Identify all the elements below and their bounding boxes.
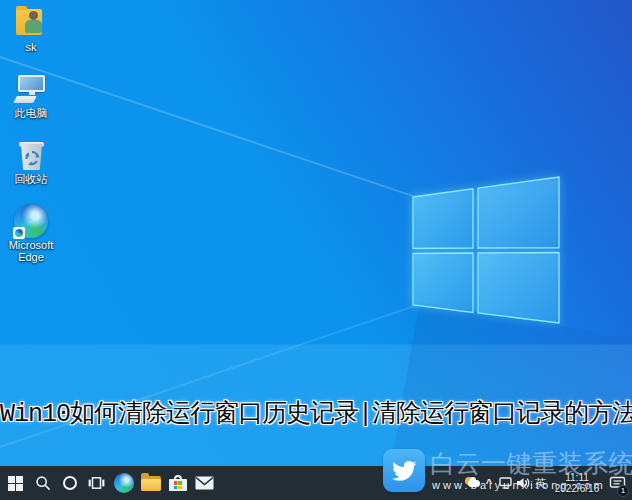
weather-tray-icon[interactable] xyxy=(464,467,482,499)
ime-indicator[interactable]: 英 xyxy=(532,467,549,499)
tray-date: 2022/6/16 xyxy=(555,483,600,494)
mail-icon xyxy=(195,476,214,490)
desktop-icons: sk 此电脑 xyxy=(0,2,62,266)
desktop-icon-user-folder[interactable]: sk xyxy=(0,2,62,68)
microsoft-store-button[interactable] xyxy=(164,466,191,500)
cortana-button[interactable] xyxy=(56,466,83,500)
windows-flag-logo xyxy=(405,170,570,330)
mail-button[interactable] xyxy=(191,466,218,500)
light-ray xyxy=(0,56,417,198)
volume-tray-icon[interactable] xyxy=(514,467,532,499)
store-icon xyxy=(169,475,187,491)
recycle-arrows-icon xyxy=(24,150,40,166)
search-button[interactable] xyxy=(29,466,56,500)
headline-banner: Win10如何清除运行窗口历史记录|清除运行窗口记录的方法 xyxy=(0,398,632,432)
windows-start-icon xyxy=(8,476,23,491)
desktop-icon-label: sk xyxy=(26,41,37,53)
taskbar-clock[interactable]: 11:11 2022/6/16 xyxy=(549,467,605,499)
desktop-icon-label: 回收站 xyxy=(15,173,48,185)
hidden-icons-chevron-icon[interactable]: ^ xyxy=(482,467,496,499)
desktop-icon-recycle-bin[interactable]: 回收站 xyxy=(0,134,62,200)
edge-icon xyxy=(13,204,49,238)
file-explorer-button[interactable] xyxy=(137,466,164,500)
screen: sk 此电脑 xyxy=(0,0,632,500)
desktop-icon-this-pc[interactable]: 此电脑 xyxy=(0,68,62,134)
desktop-icon-microsoft-edge[interactable]: Microsoft Edge xyxy=(0,200,62,266)
this-pc-icon xyxy=(13,72,49,106)
start-button[interactable] xyxy=(2,466,29,500)
tray-time: 11:11 xyxy=(565,472,589,483)
system-tray: ^ 英 11:11 2022/6/16 xyxy=(464,467,629,499)
file-explorer-icon xyxy=(141,476,161,491)
desktop-icon-label: Microsoft Edge xyxy=(1,239,61,263)
notification-badge: 1 xyxy=(617,485,629,497)
desktop-wallpaper xyxy=(0,0,632,466)
action-center-button[interactable]: 1 xyxy=(605,467,629,499)
task-view-icon xyxy=(88,475,105,491)
cortana-icon xyxy=(62,475,78,491)
edge-taskbar-button[interactable] xyxy=(110,466,137,500)
recycle-bin-icon xyxy=(13,138,49,172)
network-tray-icon[interactable] xyxy=(496,467,514,499)
edge-icon xyxy=(114,473,134,493)
task-view-button[interactable] xyxy=(83,466,110,500)
desktop-icon-label: 此电脑 xyxy=(15,107,48,119)
search-icon xyxy=(35,475,51,491)
user-folder-icon xyxy=(13,6,49,40)
